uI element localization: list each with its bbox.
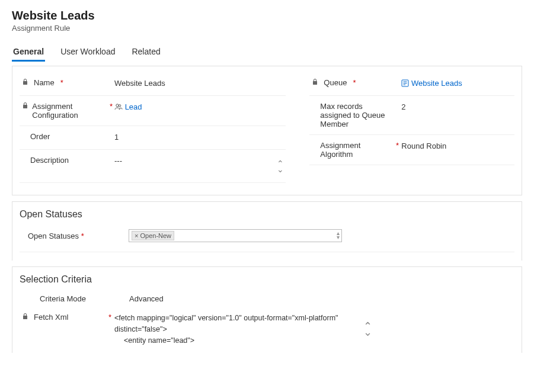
open-statuses-label: Open Statuses — [28, 232, 79, 240]
field-description[interactable]: Description * --- ⌃ ⌄ — [20, 150, 286, 183]
selection-criteria-panel: Selection Criteria Criteria Mode Advance… — [12, 266, 522, 353]
assignment-algorithm-value: Round Robin — [401, 141, 514, 150]
criteria-mode-value: Advanced — [114, 294, 514, 303]
max-records-value: 2 — [401, 102, 514, 111]
name-label: Name — [34, 78, 55, 87]
page-subtitle: Assignment Rule — [12, 24, 522, 33]
svg-point-1 — [119, 105, 121, 107]
page-title: Website Leads — [12, 9, 522, 23]
criteria-mode-label: Criteria Mode — [40, 294, 86, 303]
field-assignment-configuration[interactable]: Assignment Configuration * Lead — [20, 96, 286, 126]
tab-bar: General User Workload Related — [12, 43, 522, 62]
lock-icon — [312, 78, 320, 87]
fetch-xml-line-2: <entity name="lead"> — [114, 335, 357, 346]
svg-point-0 — [116, 104, 119, 107]
required-indicator: * — [396, 141, 401, 150]
queue-link[interactable]: Website Leads — [411, 79, 462, 88]
description-value: --- — [114, 156, 286, 165]
input-spinner[interactable]: ▴ ▾ — [337, 231, 340, 239]
general-left-column: Name * Website Leads Assignment Configur… — [20, 72, 286, 183]
open-statuses-input[interactable]: × Open-New ▴ ▾ — [129, 229, 342, 242]
selection-criteria-title: Selection Criteria — [12, 267, 522, 290]
chevron-down-icon[interactable]: ⌄ — [277, 166, 284, 172]
queue-icon — [401, 79, 409, 89]
lock-icon — [22, 78, 30, 87]
queue-label: Queue — [324, 78, 347, 87]
chevron-down-icon[interactable]: ⌄ — [363, 329, 372, 335]
assignment-algorithm-label: Assignment Algorithm — [320, 141, 390, 159]
fetch-xml-label: Fetch Xml — [34, 313, 69, 322]
open-statuses-title: Open Statuses — [12, 202, 522, 224]
description-label: Description — [30, 156, 69, 165]
general-panel: Name * Website Leads Assignment Configur… — [12, 66, 522, 195]
description-spinner[interactable]: ⌃ ⌄ — [275, 150, 286, 182]
lock-icon — [22, 102, 28, 111]
field-name[interactable]: Name * Website Leads — [20, 72, 286, 96]
field-fetch-xml[interactable]: Fetch Xml * <fetch mapping="logical" ver… — [20, 308, 514, 351]
people-icon — [114, 103, 123, 112]
field-criteria-mode[interactable]: Criteria Mode Advanced — [20, 290, 514, 308]
order-label: Order — [30, 132, 50, 141]
lock-icon — [22, 313, 30, 322]
max-records-label: Max records assigned to Queue Member — [320, 102, 392, 128]
tab-general[interactable]: General — [12, 43, 45, 62]
assignment-configuration-link[interactable]: Lead — [125, 102, 142, 111]
status-tag-open-new[interactable]: × Open-New — [132, 231, 174, 240]
field-order[interactable]: Order * 1 — [20, 126, 286, 150]
general-right-column: Queue * Website Leads Max records assign… — [309, 72, 514, 183]
fetch-xml-line-1: <fetch mapping="logical" version="1.0" o… — [114, 313, 357, 335]
required-indicator: * — [108, 313, 114, 322]
field-queue[interactable]: Queue * Website Leads — [309, 72, 514, 96]
field-open-statuses[interactable]: Open Statuses * × Open-New ▴ ▾ — [20, 224, 514, 252]
fetch-xml-value: <fetch mapping="logical" version="1.0" o… — [114, 313, 357, 346]
open-statuses-panel: Open Statuses Open Statuses * × Open-New… — [12, 201, 522, 261]
fetch-xml-scroll[interactable]: ⌃ ⌄ — [362, 313, 373, 346]
name-value: Website Leads — [114, 78, 286, 88]
field-max-records[interactable]: Max records assigned to Queue Member * 2 — [309, 96, 514, 135]
tab-related[interactable]: Related — [130, 43, 161, 62]
page-header: Website Leads Assignment Rule — [12, 9, 522, 33]
assignment-configuration-label: Assignment Configuration — [32, 102, 104, 120]
required-indicator: * — [353, 78, 359, 87]
tab-user-workload[interactable]: User Workload — [59, 43, 116, 62]
required-indicator: * — [81, 232, 84, 240]
order-value: 1 — [114, 132, 286, 142]
required-indicator: * — [110, 102, 114, 111]
field-assignment-algorithm[interactable]: Assignment Algorithm * Round Robin — [309, 135, 514, 165]
required-indicator: * — [60, 78, 66, 87]
chevron-down-icon[interactable]: ▾ — [337, 235, 340, 239]
